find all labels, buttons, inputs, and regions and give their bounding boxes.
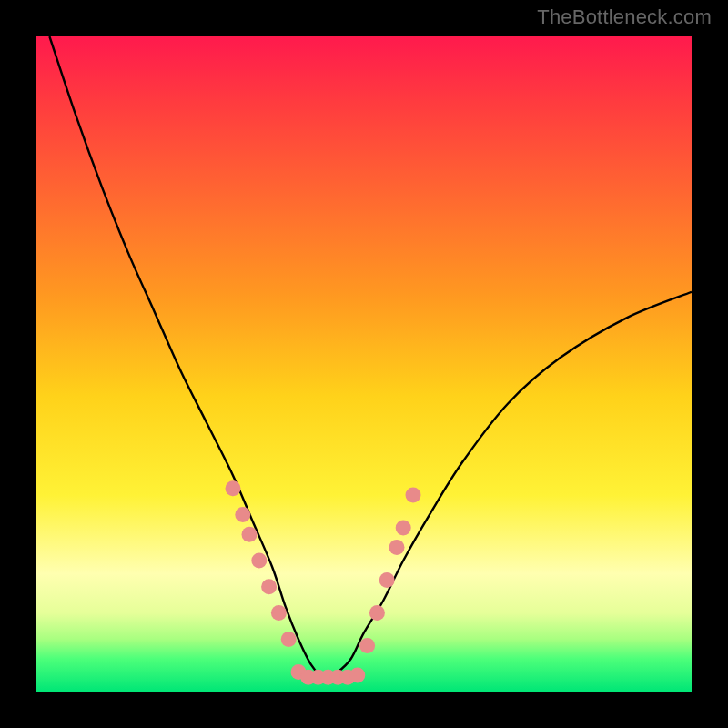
bottleneck-curve — [49, 36, 692, 679]
highlight-dot — [235, 507, 250, 522]
chart-frame: TheBottleneck.com — [0, 0, 728, 728]
highlight-dot — [349, 668, 365, 683]
highlight-dot — [261, 579, 277, 594]
highlight-dot — [226, 480, 241, 496]
watermark-text: TheBottleneck.com — [537, 5, 712, 29]
highlight-dot — [359, 638, 375, 653]
highlight-dot — [271, 605, 287, 621]
highlight-dot — [281, 632, 297, 647]
highlight-dot — [251, 553, 267, 569]
highlight-dots-group — [226, 480, 421, 684]
highlight-dot — [389, 540, 405, 555]
highlight-dot — [369, 605, 385, 621]
highlight-dot — [396, 521, 411, 536]
highlight-dot — [379, 572, 395, 588]
highlight-dot — [242, 527, 258, 542]
highlight-dot — [406, 488, 421, 503]
plot-area — [36, 36, 692, 692]
chart-svg — [36, 36, 692, 692]
